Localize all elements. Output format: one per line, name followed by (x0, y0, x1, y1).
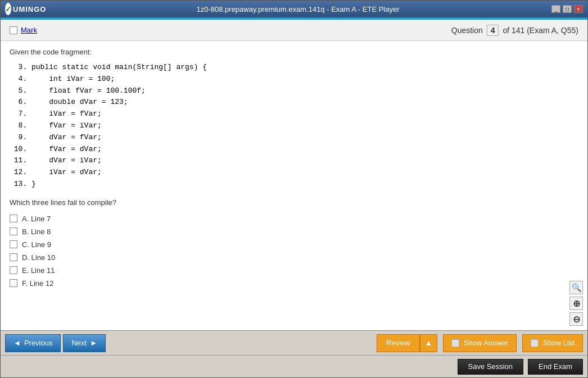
question-label: Question (451, 26, 483, 35)
logo: ✓ UMINGO (5, 3, 44, 15)
restore-button[interactable]: □ (563, 5, 572, 13)
end-bar: Save Session End Exam (1, 355, 587, 377)
logo-text: UMINGO (13, 5, 46, 13)
code-block: 3. public static void main(String[] args… (10, 62, 578, 190)
review-label: Review (386, 339, 410, 347)
question-info: Question 4 of 141 (Exam A, Q55) (451, 25, 578, 36)
window-title: 1z0-808.prepaway.premium.exam.141q - Exa… (44, 5, 551, 13)
question-number: 4 (487, 25, 499, 36)
given-text: Given the code fragment: (10, 48, 578, 56)
main-content: Given the code fragment: 3. public stati… (1, 41, 587, 330)
close-button[interactable]: × (574, 5, 583, 13)
options-list: A. Line 7 B. Line 8 C. Line 9 D. Line 10… (10, 215, 578, 288)
review-button[interactable]: Review (377, 334, 420, 352)
show-answer-checkbox (451, 339, 459, 347)
next-label: Next (71, 339, 87, 347)
zoom-controls: 🔍 ⊕ ⊖ (569, 281, 583, 326)
option-e-checkbox[interactable] (10, 266, 17, 274)
option-e[interactable]: E. Line 11 (10, 266, 578, 275)
next-icon: ► (90, 339, 97, 347)
option-c[interactable]: C. Line 9 (10, 240, 578, 249)
bottom-bar: ◄ Previous Next ► Review ▲ Show Answer S… (1, 330, 587, 355)
zoom-search-icon: 🔍 (572, 283, 581, 292)
window-controls: _ □ × (551, 5, 583, 13)
option-b-checkbox[interactable] (10, 227, 17, 235)
mark-label[interactable]: Mark (21, 26, 37, 34)
question-total: of 141 (Exam A, Q55) (503, 26, 578, 35)
mark-area: Mark (10, 26, 451, 34)
save-session-label: Save Session (468, 362, 513, 371)
option-c-checkbox[interactable] (10, 240, 17, 248)
option-f[interactable]: F. Line 12 (10, 279, 578, 288)
mark-checkbox[interactable] (10, 26, 17, 34)
zoom-search-button[interactable]: 🔍 (569, 281, 583, 294)
option-f-checkbox[interactable] (10, 279, 17, 287)
title-bar: ✓ UMINGO 1z0-808.prepaway.premium.exam.1… (1, 1, 587, 17)
zoom-out-button[interactable]: ⊖ (569, 312, 583, 326)
option-a-checkbox[interactable] (10, 215, 17, 222)
zoom-in-button[interactable]: ⊕ (569, 297, 583, 310)
show-list-label: Show List (543, 339, 575, 347)
option-e-label: E. Line 11 (22, 266, 55, 275)
main-window: ✓ UMINGO 1z0-808.prepaway.premium.exam.1… (0, 0, 588, 378)
end-exam-button[interactable]: End Exam (528, 359, 583, 375)
zoom-in-icon: ⊕ (573, 298, 580, 309)
show-list-button[interactable]: Show List (522, 334, 583, 352)
title-bar-left: ✓ UMINGO (5, 3, 44, 15)
question-text: Which three lines fail to compile? (10, 198, 578, 207)
option-b-label: B. Line 8 (22, 227, 51, 236)
option-f-label: F. Line 12 (22, 279, 53, 288)
option-d-label: D. Line 10 (22, 253, 55, 262)
show-answer-button[interactable]: Show Answer (443, 334, 517, 352)
previous-label: Previous (24, 339, 53, 347)
save-session-button[interactable]: Save Session (458, 359, 524, 375)
minimize-button[interactable]: _ (551, 5, 560, 13)
option-b[interactable]: B. Line 8 (10, 227, 578, 236)
logo-icon: ✓ (5, 3, 11, 15)
option-a-label: A. Line 7 (22, 215, 51, 223)
option-a[interactable]: A. Line 7 (10, 215, 578, 223)
option-d-checkbox[interactable] (10, 253, 17, 261)
header-bar: Mark Question 4 of 141 (Exam A, Q55) (1, 20, 587, 41)
zoom-out-icon: ⊖ (573, 314, 580, 325)
review-btn-group: Review ▲ (377, 334, 437, 352)
end-exam-label: End Exam (539, 362, 572, 371)
next-button[interactable]: Next ► (63, 334, 106, 352)
show-list-checkbox (531, 339, 539, 347)
review-dropdown-button[interactable]: ▲ (420, 334, 437, 352)
previous-button[interactable]: ◄ Previous (5, 334, 61, 352)
option-d[interactable]: D. Line 10 (10, 253, 578, 262)
show-answer-label: Show Answer (464, 339, 508, 347)
previous-icon: ◄ (13, 339, 21, 347)
option-c-label: C. Line 9 (22, 240, 51, 249)
review-dropdown-icon: ▲ (425, 339, 432, 347)
